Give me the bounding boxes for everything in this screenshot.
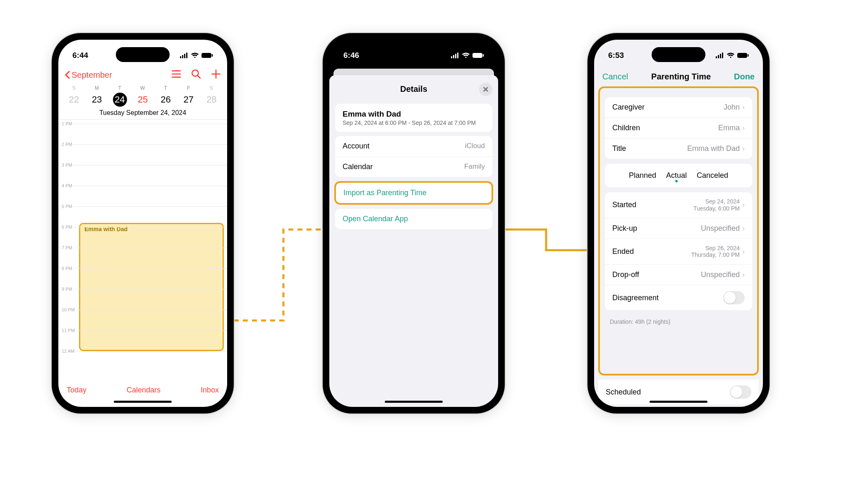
calendars-button[interactable]: Calendars bbox=[127, 386, 161, 394]
hour-label: 2 PM bbox=[61, 142, 73, 147]
list-view-button[interactable] bbox=[171, 69, 182, 81]
children-row[interactable]: Children Emma› bbox=[605, 117, 752, 138]
segment-planned[interactable]: Planned bbox=[629, 171, 656, 180]
svg-rect-13 bbox=[716, 56, 717, 58]
sheet-title: Details bbox=[400, 84, 427, 93]
hour-row: 4 PM bbox=[58, 186, 227, 206]
cellular-icon bbox=[180, 53, 188, 58]
pickup-row[interactable]: Pick-up Unspecified› bbox=[605, 218, 752, 239]
children-label: Children bbox=[612, 124, 640, 132]
dynamic-island bbox=[387, 47, 441, 62]
inbox-button[interactable]: Inbox bbox=[201, 386, 219, 394]
title-label: Title bbox=[612, 144, 626, 153]
calendar-row: Calendar Family bbox=[335, 156, 492, 177]
home-indicator[interactable] bbox=[650, 401, 707, 403]
status-time: 6:44 bbox=[72, 51, 88, 60]
hour-row: 11 PM bbox=[58, 330, 227, 351]
weekday-label: S bbox=[200, 85, 223, 91]
svg-rect-10 bbox=[457, 53, 458, 58]
day-cell[interactable]: 25 bbox=[131, 93, 154, 107]
hour-label: 9 PM bbox=[61, 287, 73, 292]
dropoff-row[interactable]: Drop-off Unspecified› bbox=[605, 264, 752, 285]
hour-row: 7 PM bbox=[58, 248, 227, 268]
close-icon bbox=[483, 86, 489, 92]
svg-rect-5 bbox=[212, 54, 213, 57]
segment-canceled[interactable]: Canceled bbox=[697, 171, 728, 180]
svg-rect-0 bbox=[180, 56, 181, 58]
svg-rect-9 bbox=[455, 54, 456, 58]
hour-row: 3 PM bbox=[58, 165, 227, 186]
dynamic-island bbox=[116, 47, 170, 62]
svg-rect-11 bbox=[472, 53, 482, 58]
pickup-label: Pick-up bbox=[612, 224, 637, 233]
disagreement-label: Disagreement bbox=[612, 294, 659, 302]
caregiver-row[interactable]: Caregiver John› bbox=[605, 97, 752, 117]
page-title: Parenting Time bbox=[651, 72, 711, 81]
started-row[interactable]: Started Sep 24, 2024 Tuesday, 6:00 PM › bbox=[605, 192, 752, 218]
day-number: 28 bbox=[204, 93, 218, 107]
done-button[interactable]: Done bbox=[734, 72, 755, 81]
import-parenting-time-button[interactable]: Import as Parenting Time bbox=[336, 183, 492, 203]
ended-label: Ended bbox=[612, 247, 634, 256]
open-calendar-app-button[interactable]: Open Calendar App bbox=[335, 209, 492, 229]
pickup-value: Unspecified bbox=[701, 224, 740, 232]
day-cell[interactable]: 24 bbox=[108, 93, 131, 107]
cancel-button[interactable]: Cancel bbox=[602, 72, 628, 81]
wifi-icon bbox=[191, 53, 199, 58]
hour-label: 5 PM bbox=[61, 204, 73, 209]
status-segmented-control[interactable]: PlannedActualCanceled bbox=[605, 164, 752, 187]
close-button[interactable] bbox=[479, 83, 492, 96]
account-row: Account iCloud bbox=[335, 136, 492, 156]
battery-icon bbox=[472, 53, 484, 58]
ended-row[interactable]: Ended Sep 26, 2024 Thursday, 7:00 PM › bbox=[605, 239, 752, 265]
today-button[interactable]: Today bbox=[67, 386, 86, 394]
weekday-label: T bbox=[108, 85, 131, 91]
chevron-right-icon: › bbox=[742, 103, 745, 111]
home-indicator[interactable] bbox=[114, 401, 172, 403]
chevron-right-icon: › bbox=[742, 247, 745, 256]
battery-icon bbox=[201, 53, 213, 58]
account-value: iCloud bbox=[465, 142, 485, 151]
hour-row: 12 AM bbox=[58, 351, 227, 372]
started-time: Tuesday, 6:00 PM bbox=[693, 205, 740, 212]
hour-label: 12 AM bbox=[61, 349, 75, 354]
caregiver-label: Caregiver bbox=[612, 103, 645, 112]
dropoff-value: Unspecified bbox=[701, 270, 740, 279]
details-sheet: Details Emma with Dad Sep 24, 2024 at 6:… bbox=[329, 75, 498, 407]
selected-date: Tuesday September 24, 2024 bbox=[58, 109, 227, 119]
children-value: Emma bbox=[718, 124, 740, 132]
hour-row: 9 PM bbox=[58, 289, 227, 310]
disagreement-toggle[interactable] bbox=[723, 291, 745, 304]
scheduled-toggle[interactable] bbox=[730, 385, 751, 399]
segment-actual[interactable]: Actual bbox=[666, 171, 687, 180]
day-number: 24 bbox=[113, 93, 127, 107]
day-timeline[interactable]: Emma with Dad 1 PM2 PM3 PM4 PM5 PM6 PM7 … bbox=[58, 119, 227, 380]
week-header: SMTWTFS bbox=[58, 85, 227, 91]
title-row[interactable]: Title Emma with Dad› bbox=[605, 138, 752, 159]
day-cell[interactable]: 22 bbox=[62, 93, 85, 107]
day-cell[interactable]: 28 bbox=[200, 93, 223, 107]
svg-rect-4 bbox=[201, 53, 211, 58]
back-label: September bbox=[72, 70, 112, 80]
search-button[interactable] bbox=[191, 69, 201, 81]
hour-row: 8 PM bbox=[58, 268, 227, 289]
back-button[interactable]: September bbox=[64, 70, 112, 80]
day-cell[interactable]: 23 bbox=[85, 93, 108, 107]
svg-rect-14 bbox=[718, 55, 719, 58]
home-indicator[interactable] bbox=[385, 401, 443, 403]
day-number: 25 bbox=[136, 93, 150, 107]
day-number: 23 bbox=[90, 93, 104, 107]
scheduled-label: Scheduled bbox=[606, 388, 641, 397]
day-number: 26 bbox=[158, 93, 173, 107]
chevron-right-icon: › bbox=[742, 224, 745, 232]
svg-rect-7 bbox=[451, 56, 452, 58]
day-cell[interactable]: 27 bbox=[177, 93, 200, 107]
hour-label: 10 PM bbox=[61, 307, 76, 312]
wifi-icon bbox=[462, 53, 470, 58]
day-number: 22 bbox=[67, 93, 81, 107]
status-indicators bbox=[180, 53, 213, 58]
battery-icon bbox=[737, 53, 749, 58]
status-indicators bbox=[451, 53, 484, 58]
day-cell[interactable]: 26 bbox=[154, 93, 177, 107]
add-event-button[interactable] bbox=[211, 69, 221, 81]
